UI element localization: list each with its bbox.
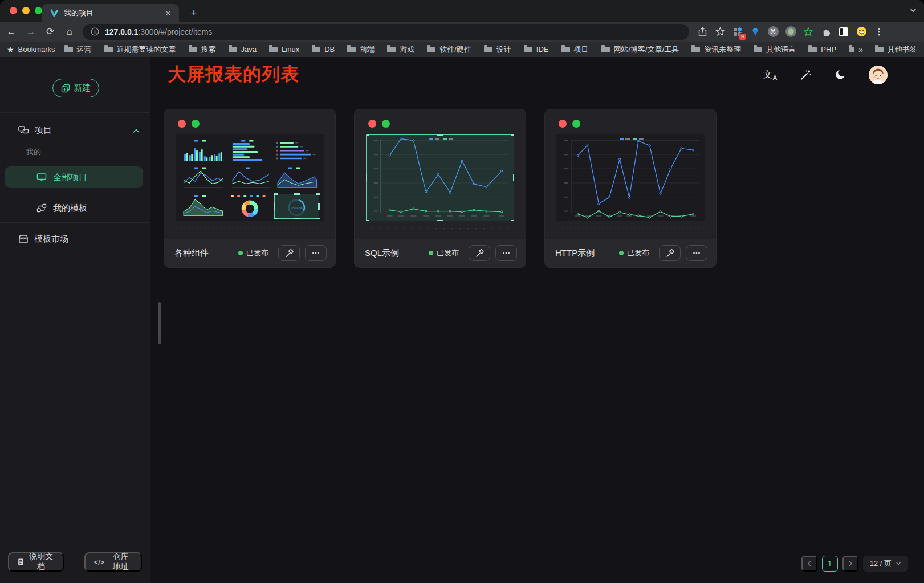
address-bar[interactable]: 127.0.0.1:3000/#/project/items bbox=[83, 24, 689, 40]
mini-donut-chart bbox=[227, 194, 272, 219]
command-extension-icon[interactable]: ⌘ bbox=[766, 25, 780, 39]
sidebar-item-all-projects[interactable]: 全部项目 bbox=[5, 166, 143, 188]
chrome-menu-icon[interactable] bbox=[872, 25, 886, 39]
bookmark-item[interactable]: 网站/博客/文章/工具 bbox=[601, 44, 679, 55]
copy-plus-icon bbox=[61, 84, 70, 93]
bookmark-item[interactable]: 搜索 bbox=[189, 44, 216, 55]
bookmark-item[interactable]: PHP bbox=[808, 45, 836, 54]
page-size-select[interactable]: 12 / 页 bbox=[863, 556, 908, 572]
repo-button[interactable]: </> 仓库地址 bbox=[84, 552, 142, 572]
bookmark-item[interactable]: 前端 bbox=[347, 44, 375, 55]
tab-close-icon[interactable]: × bbox=[163, 8, 173, 18]
forward-button[interactable]: → bbox=[23, 24, 39, 40]
bookmark-item[interactable]: DB bbox=[312, 45, 335, 54]
bookmark-item[interactable]: 文件服务器 bbox=[849, 44, 854, 55]
folder-icon bbox=[189, 47, 197, 52]
more-actions-button[interactable] bbox=[686, 245, 707, 261]
dark-mode-moon-icon[interactable] bbox=[835, 69, 846, 80]
folder-icon bbox=[561, 47, 570, 52]
bookmarks-divider bbox=[869, 45, 869, 54]
edit-project-button[interactable] bbox=[469, 245, 490, 261]
bookmarks-label[interactable]: Bookmarks bbox=[18, 45, 55, 54]
bookmark-item[interactable]: 运营 bbox=[64, 44, 92, 55]
folder-icon bbox=[484, 47, 492, 52]
url-text: 127.0.0.1:3000/#/project/items bbox=[105, 27, 212, 36]
folder-icon bbox=[387, 47, 396, 52]
site-info-icon[interactable] bbox=[91, 27, 99, 36]
new-project-button[interactable]: 新建 bbox=[52, 79, 99, 97]
project-preview[interactable] bbox=[366, 134, 514, 221]
sidebar-footer: 说明文档 </> 仓库地址 bbox=[0, 540, 150, 583]
close-window-button[interactable] bbox=[10, 7, 17, 14]
bookmark-star-icon[interactable] bbox=[713, 25, 727, 39]
sidebar-section-project[interactable]: 项目 bbox=[0, 121, 150, 139]
bookmark-label: IDE bbox=[536, 45, 549, 54]
home-button[interactable]: ⌂ bbox=[62, 24, 78, 40]
edit-project-button[interactable] bbox=[659, 245, 681, 261]
bookmarks-overflow-chevron[interactable]: » bbox=[858, 45, 863, 54]
sidebar-section-label: 项目 bbox=[35, 125, 52, 136]
chevron-up-icon[interactable] bbox=[133, 125, 140, 135]
more-actions-button[interactable] bbox=[495, 245, 517, 261]
prev-page-button[interactable] bbox=[801, 556, 817, 572]
reload-button[interactable]: ⟳ bbox=[42, 24, 58, 40]
folder-icon bbox=[229, 47, 237, 52]
language-icon[interactable]: 文A bbox=[763, 69, 777, 81]
emoji-extension-icon[interactable] bbox=[854, 25, 869, 39]
split-square-extension-icon[interactable] bbox=[836, 25, 851, 39]
bookmark-item[interactable]: Linux bbox=[269, 45, 299, 54]
mini-dashboard: 25.00% bbox=[176, 134, 324, 221]
card-footer: SQL示例 已发布 bbox=[355, 239, 526, 267]
mini-area-chart bbox=[274, 166, 319, 191]
folder-icon bbox=[875, 47, 884, 52]
tab-search-chevron-icon[interactable] bbox=[909, 6, 917, 17]
hammer-icon bbox=[665, 248, 675, 258]
bookmarks-star-icon[interactable]: ★ bbox=[7, 45, 14, 54]
url-host: 127.0.0.1 bbox=[105, 27, 138, 36]
magic-wand-icon[interactable] bbox=[800, 69, 812, 81]
project-title: 各种组件 bbox=[174, 248, 209, 259]
gem-extension-icon[interactable] bbox=[748, 25, 763, 39]
other-bookmarks[interactable]: 其他书签 bbox=[875, 44, 917, 55]
star-extension-icon[interactable] bbox=[801, 25, 816, 39]
share-icon[interactable] bbox=[695, 25, 710, 39]
puzzle-extensions-icon[interactable] bbox=[819, 25, 833, 39]
bookmark-item[interactable]: Java bbox=[229, 45, 257, 54]
new-tab-button[interactable]: + bbox=[186, 6, 201, 21]
folder-icon bbox=[104, 47, 113, 52]
sidebar-item-my-templates[interactable]: 我的模板 bbox=[5, 198, 143, 218]
back-button[interactable]: ← bbox=[3, 24, 19, 40]
bookmark-item[interactable]: 游戏 bbox=[387, 44, 414, 55]
project-preview[interactable]: 25.00% bbox=[176, 134, 324, 221]
bookmark-item[interactable]: IDE bbox=[524, 45, 549, 54]
bookmark-item[interactable]: 软件/硬件 bbox=[427, 44, 471, 55]
scrollbar-thumb[interactable] bbox=[158, 302, 161, 344]
minimize-window-button[interactable] bbox=[22, 7, 30, 14]
current-page-button[interactable]: 1 bbox=[822, 556, 838, 572]
sidebar-divider bbox=[0, 112, 150, 113]
user-avatar[interactable] bbox=[869, 66, 888, 84]
sidebar-item-template-market[interactable]: 模板市场 bbox=[0, 230, 150, 248]
docs-button[interactable]: 说明文档 bbox=[8, 552, 64, 572]
project-card[interactable]: 25.00% 各种组件 bbox=[164, 109, 336, 268]
next-page-button[interactable] bbox=[842, 556, 858, 572]
status-badge: 已发布 bbox=[238, 248, 268, 258]
edit-project-button[interactable] bbox=[278, 245, 300, 261]
card-footer: 各种组件 已发布 bbox=[164, 239, 335, 267]
project-card[interactable]: HTTP示例 已发布 bbox=[544, 109, 717, 268]
card-dots bbox=[178, 120, 200, 128]
browser-tab[interactable]: 我的项目 × bbox=[42, 4, 179, 22]
bookmark-item[interactable]: 设计 bbox=[484, 44, 511, 55]
extension-grid-icon[interactable]: 9 bbox=[730, 25, 745, 39]
bookmark-item[interactable]: 资讯未整理 bbox=[691, 44, 741, 55]
mini-gauge-chart[interactable]: 25.00% bbox=[274, 194, 319, 219]
project-preview[interactable] bbox=[556, 134, 705, 221]
bookmark-item[interactable]: 其他语言 bbox=[754, 44, 796, 55]
toolbar-right: 9 ⌘ bbox=[695, 25, 886, 39]
dot-extension-icon[interactable] bbox=[783, 25, 798, 39]
document-icon bbox=[18, 557, 24, 566]
project-card[interactable]: SQL示例 已发布 bbox=[354, 109, 526, 268]
more-actions-button[interactable] bbox=[305, 245, 327, 261]
bookmark-item[interactable]: 近期需要读的文章 bbox=[104, 44, 176, 55]
bookmark-item[interactable]: 项目 bbox=[561, 44, 589, 55]
